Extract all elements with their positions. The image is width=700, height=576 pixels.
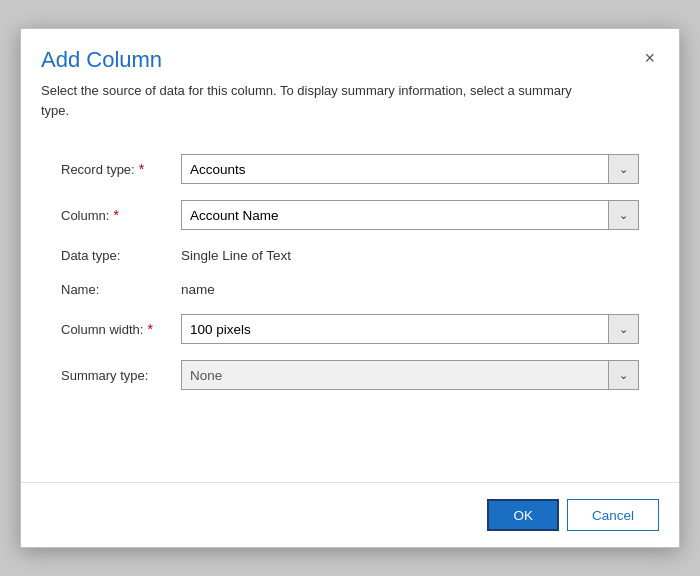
dialog-title-section: Add Column Select the source of data for… [41, 47, 640, 120]
data-type-label: Data type: [61, 248, 181, 263]
column-label: Column: * [61, 207, 181, 223]
column-width-row: Column width: * 100 pixels 150 pixels 20… [61, 314, 639, 344]
record-type-control: Accounts ⌄ [181, 154, 639, 184]
close-button[interactable]: × [640, 49, 659, 67]
column-row: Column: * Account Name ⌄ [61, 200, 639, 230]
dialog-subtitle: Select the source of data for this colum… [41, 81, 601, 120]
column-width-label: Column width: * [61, 321, 181, 337]
column-width-select[interactable]: 100 pixels 150 pixels 200 pixels [182, 315, 638, 343]
dialog-body: Record type: * Accounts ⌄ Column: * [21, 130, 679, 482]
record-type-select-wrapper[interactable]: Accounts ⌄ [181, 154, 639, 184]
column-select-wrapper[interactable]: Account Name ⌄ [181, 200, 639, 230]
column-required: * [113, 207, 118, 223]
add-column-dialog: Add Column Select the source of data for… [20, 28, 680, 548]
record-type-row: Record type: * Accounts ⌄ [61, 154, 639, 184]
dialog-title: Add Column [41, 47, 640, 73]
summary-type-select-wrapper[interactable]: None Average Count Maximum Minimum Sum ⌄ [181, 360, 639, 390]
column-width-required: * [147, 321, 152, 337]
summary-type-select[interactable]: None Average Count Maximum Minimum Sum [182, 361, 638, 389]
name-value: name [181, 280, 639, 298]
record-type-required: * [139, 161, 144, 177]
summary-type-control: None Average Count Maximum Minimum Sum ⌄ [181, 360, 639, 390]
record-type-label: Record type: * [61, 161, 181, 177]
dialog-overlay: Add Column Select the source of data for… [0, 0, 700, 576]
summary-type-label: Summary type: [61, 368, 181, 383]
cancel-button[interactable]: Cancel [567, 499, 659, 531]
data-type-row: Data type: Single Line of Text [61, 246, 639, 264]
column-width-control: 100 pixels 150 pixels 200 pixels ⌄ [181, 314, 639, 344]
name-row: Name: name [61, 280, 639, 298]
column-select[interactable]: Account Name [182, 201, 638, 229]
ok-button[interactable]: OK [487, 499, 559, 531]
name-label: Name: [61, 282, 181, 297]
record-type-select[interactable]: Accounts [182, 155, 638, 183]
summary-type-row: Summary type: None Average Count Maximum… [61, 360, 639, 390]
data-type-value: Single Line of Text [181, 246, 639, 264]
dialog-footer: OK Cancel [21, 482, 679, 547]
dialog-header: Add Column Select the source of data for… [21, 29, 679, 130]
column-control: Account Name ⌄ [181, 200, 639, 230]
column-width-select-wrapper[interactable]: 100 pixels 150 pixels 200 pixels ⌄ [181, 314, 639, 344]
